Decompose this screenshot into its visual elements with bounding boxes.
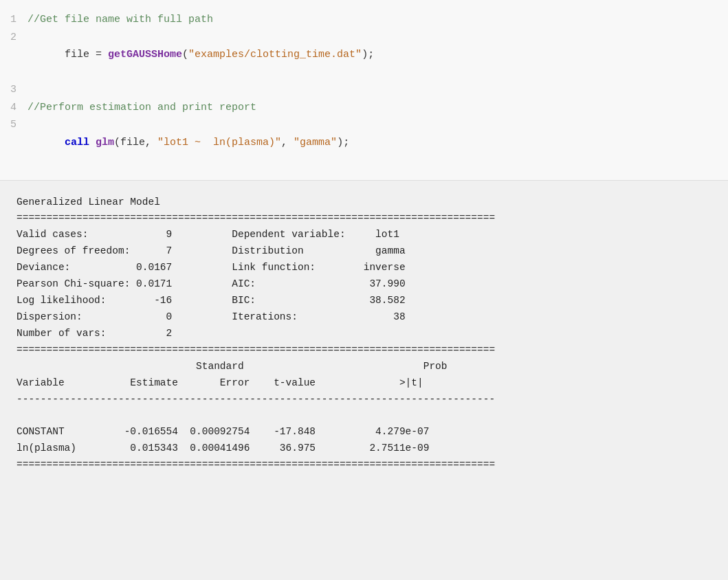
code-string-2: "examples/clotting_time.dat" bbox=[188, 49, 362, 60]
output-row-5: Dispersion: 0 Iterations: 38 bbox=[16, 311, 406, 322]
code-string-5b: "gamma" bbox=[294, 137, 337, 148]
code-line-4: 4 //Perform estimation and print report bbox=[0, 99, 728, 117]
output-sep-top: ========================================… bbox=[16, 212, 495, 223]
code-call-5: call bbox=[65, 137, 96, 148]
code-plain-5b: , bbox=[281, 137, 294, 148]
code-string-5a: "lot1 ~ ln(plasma)" bbox=[157, 137, 281, 148]
output-row-1: Degrees of freedom: 7 Distribution gamma bbox=[16, 245, 406, 256]
line-number-1: 1 bbox=[0, 11, 27, 29]
output-section: Generalized Linear Model ===============… bbox=[0, 181, 728, 488]
output-row-0: Valid cases: 9 Dependent variable: lot1 bbox=[16, 229, 399, 240]
code-line-3: 3 bbox=[0, 81, 728, 99]
output-data-row-2: ln(plasma) 0.015343 0.00041496 36.975 2.… bbox=[16, 443, 429, 454]
output-row-6: Number of vars: 2 bbox=[16, 328, 172, 339]
code-plain-2b: ( bbox=[182, 49, 188, 60]
line-number-3: 3 bbox=[0, 81, 27, 99]
output-sep-bot: ========================================… bbox=[16, 459, 495, 470]
code-content-5: call glm(file, "lot1 ~ ln(plasma)", "gam… bbox=[27, 116, 349, 169]
code-line-1: 1 //Get file name with full path bbox=[0, 11, 728, 29]
output-table-header-2: Variable Estimate Error t-value >|t| bbox=[16, 377, 423, 388]
code-func-2: getGAUSSHome bbox=[108, 49, 182, 60]
output-sep-dash: ----------------------------------------… bbox=[16, 394, 495, 405]
line-number-2: 2 bbox=[0, 29, 27, 47]
code-line-2: 2 file = getGAUSSHome("examples/clotting… bbox=[0, 29, 728, 82]
code-plain-5c: ); bbox=[337, 137, 349, 148]
code-comment-4: //Perform estimation and print report bbox=[27, 99, 256, 117]
output-row-2: Deviance: 0.0167 Link function: inverse bbox=[16, 262, 406, 273]
output-row-4: Log likelihood: -16 BIC: 38.582 bbox=[16, 295, 406, 306]
output-title: Generalized Linear Model bbox=[16, 197, 160, 208]
output-data-row-1: CONSTANT -0.016554 0.00092754 -17.848 4.… bbox=[16, 426, 429, 437]
output-table-header-1: Standard Prob bbox=[16, 361, 448, 372]
line-number-4: 4 bbox=[0, 99, 27, 117]
code-line-5: 5 call glm(file, "lot1 ~ ln(plasma)", "g… bbox=[0, 116, 728, 169]
code-section: 1 //Get file name with full path 2 file … bbox=[0, 0, 728, 181]
code-plain-2c: ); bbox=[362, 49, 374, 60]
code-content-2: file = getGAUSSHome("examples/clotting_t… bbox=[27, 29, 374, 82]
line-number-5: 5 bbox=[0, 116, 27, 134]
code-func-5: glm bbox=[96, 137, 114, 148]
output-row-3: Pearson Chi-square: 0.0171 AIC: 37.990 bbox=[16, 278, 406, 289]
output-pre: Generalized Linear Model ===============… bbox=[16, 194, 712, 474]
output-sep-mid: ========================================… bbox=[16, 344, 495, 355]
code-plain-2a: file = bbox=[65, 49, 108, 60]
code-comment-1: //Get file name with full path bbox=[27, 11, 213, 29]
code-plain-5a: (file, bbox=[114, 137, 157, 148]
